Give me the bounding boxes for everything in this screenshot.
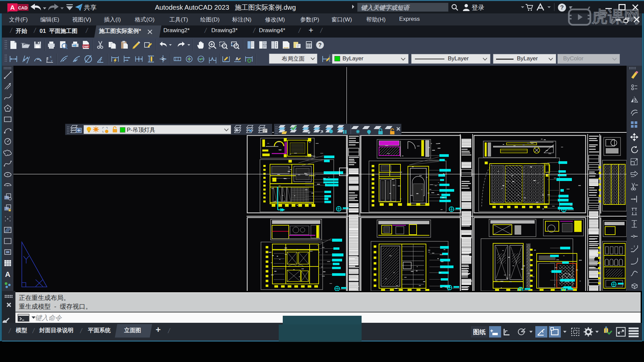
svg-text:DWF: DWF <box>83 45 89 48</box>
svg-text:A: A <box>10 4 15 11</box>
svg-text:?: ? <box>318 42 322 48</box>
svg-text:X: X <box>50 55 52 59</box>
svg-text:CAD: CAD <box>18 5 28 10</box>
svg-text:?: ? <box>560 4 564 11</box>
svg-text:A: A <box>5 270 10 279</box>
svg-text:A: A <box>235 56 239 61</box>
